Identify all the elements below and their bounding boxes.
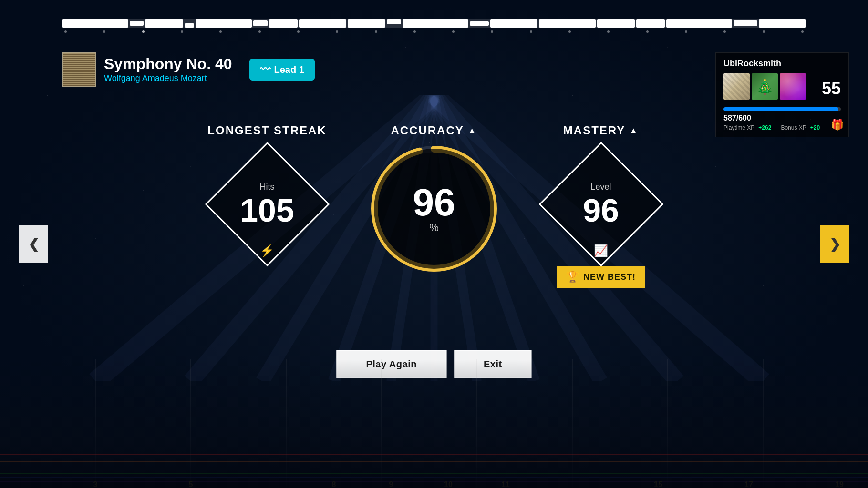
right-chevron-icon: ❯ [829, 236, 840, 252]
accuracy-label: ACCURACY ▲ [391, 124, 477, 137]
thumbnail-art [63, 53, 95, 86]
progress-bar-container [62, 19, 806, 48]
progress-dot [685, 30, 687, 33]
song-text: Symphony No. 40 Wolfgang Amadeus Mozart [104, 56, 232, 83]
progress-seg [597, 19, 635, 28]
circle-inner: 96 % [374, 149, 494, 269]
progress-dot [801, 30, 804, 33]
new-best-icon: 🏆 [566, 271, 579, 283]
progress-seg [348, 19, 385, 28]
progress-dot [568, 30, 571, 33]
progress-dot [142, 30, 145, 33]
mastery-value: 96 [583, 194, 619, 226]
xp-bar-fill [723, 107, 838, 111]
progress-dots [62, 30, 806, 33]
wave-icon: 〰 [260, 63, 270, 76]
accuracy-value: 96 [413, 183, 455, 222]
avatar-tree [752, 73, 778, 100]
bonus-xp-value: +20 [810, 124, 820, 131]
progress-seg [490, 19, 537, 28]
diamond-content: Hits 105 [240, 182, 294, 226]
progress-dot [607, 30, 610, 33]
progress-seg [759, 19, 806, 28]
lightning-icon: ⚡ [260, 244, 274, 257]
playtime-xp-value: +262 [758, 124, 771, 131]
nav-arrow-right[interactable]: ❯ [820, 225, 849, 263]
hits-label: Hits [240, 182, 294, 192]
xp-numbers: 587/600 [723, 114, 841, 122]
progress-seg [387, 19, 401, 24]
nav-arrow-left[interactable]: ❮ [19, 225, 48, 263]
progress-dot [258, 30, 261, 33]
progress-dot [103, 30, 105, 33]
mastery-up-arrow: ▲ [629, 126, 639, 136]
progress-seg [470, 21, 489, 26]
level-label: Level [583, 182, 619, 192]
progress-dot [181, 30, 183, 33]
progress-dot [646, 30, 649, 33]
player-info-panel: UbiRocksmith 55 587/600 Playtime XP +262… [715, 52, 849, 137]
song-title: Symphony No. 40 [104, 56, 232, 72]
progress-dot [763, 30, 765, 33]
accuracy-circle: 96 % [367, 142, 501, 275]
player-avatars [723, 73, 806, 100]
progress-dot [219, 30, 222, 33]
progress-seg [185, 23, 194, 28]
progress-seg [403, 19, 469, 28]
longest-streak-diamond: Hits 105 ⚡ [205, 142, 329, 266]
fretboard-svg: 3 5 8 9 10 11 15 17 19 [0, 359, 868, 488]
song-info: Symphony No. 40 Wolfgang Amadeus Mozart … [62, 52, 315, 87]
longest-streak-label: LONGEST STREAK [207, 124, 326, 137]
avatar-guitar [723, 73, 750, 100]
progress-seg [269, 19, 297, 28]
trending-up-icon: 📈 [594, 244, 608, 257]
accuracy-up-arrow: ▲ [468, 126, 477, 136]
progress-seg [636, 19, 664, 28]
progress-segments [62, 19, 806, 28]
progress-seg [130, 21, 144, 26]
progress-dot [530, 30, 532, 33]
song-artist: Wolfgang Amadeus Mozart [104, 73, 232, 83]
song-thumbnail [62, 52, 96, 87]
playtime-xp-label: Playtime XP [723, 124, 754, 131]
progress-seg [539, 19, 596, 28]
progress-seg [734, 20, 757, 26]
mastery-diamond-content: Level 96 [583, 182, 619, 226]
progress-seg [299, 19, 346, 28]
mastery-label: MASTERY ▲ [563, 124, 639, 137]
player-level: 55 [809, 79, 841, 99]
left-chevron-icon: ❮ [28, 236, 39, 252]
progress-dot [452, 30, 455, 33]
lead-badge-label: Lead 1 [274, 64, 304, 75]
progress-seg [145, 19, 183, 28]
progress-seg [62, 19, 128, 28]
progress-seg [196, 19, 252, 28]
progress-dot [297, 30, 300, 33]
hits-value: 105 [240, 194, 294, 226]
progress-dot [413, 30, 416, 33]
progress-seg [666, 19, 733, 28]
xp-bar-container [723, 107, 841, 111]
player-name: UbiRocksmith [723, 59, 841, 69]
gift-icon: 🎁 [831, 119, 844, 131]
longest-streak-block: LONGEST STREAK Hits 105 ⚡ [205, 124, 329, 266]
new-best-badge: 🏆 NEW BEST! [557, 266, 645, 288]
progress-track [62, 19, 806, 28]
accuracy-block: ACCURACY ▲ 96 % [367, 124, 501, 275]
lead-badge: 〰 Lead 1 [249, 59, 315, 81]
bonus-xp-detail: Bonus XP +20 [781, 124, 820, 131]
xp-details: Playtime XP +262 Bonus XP +20 [723, 124, 841, 131]
playtime-xp-detail: Playtime XP +262 [723, 124, 771, 131]
accuracy-unit: % [429, 222, 439, 234]
new-best-label: NEW BEST! [583, 272, 636, 282]
svg-rect-34 [0, 359, 868, 488]
progress-seg [253, 20, 268, 27]
mastery-block: MASTERY ▲ Level 96 📈 🏆 NEW BEST! [539, 124, 663, 288]
stats-section: LONGEST STREAK Hits 105 ⚡ ACCURACY ▲ 96 … [205, 124, 663, 288]
progress-dot [375, 30, 377, 33]
progress-dot [64, 30, 67, 33]
progress-dot [336, 30, 338, 33]
fretboard-visual: 3 5 8 9 10 11 15 17 19 [0, 359, 868, 488]
mastery-diamond-container: Level 96 📈 [539, 142, 663, 266]
progress-dot [723, 30, 726, 33]
